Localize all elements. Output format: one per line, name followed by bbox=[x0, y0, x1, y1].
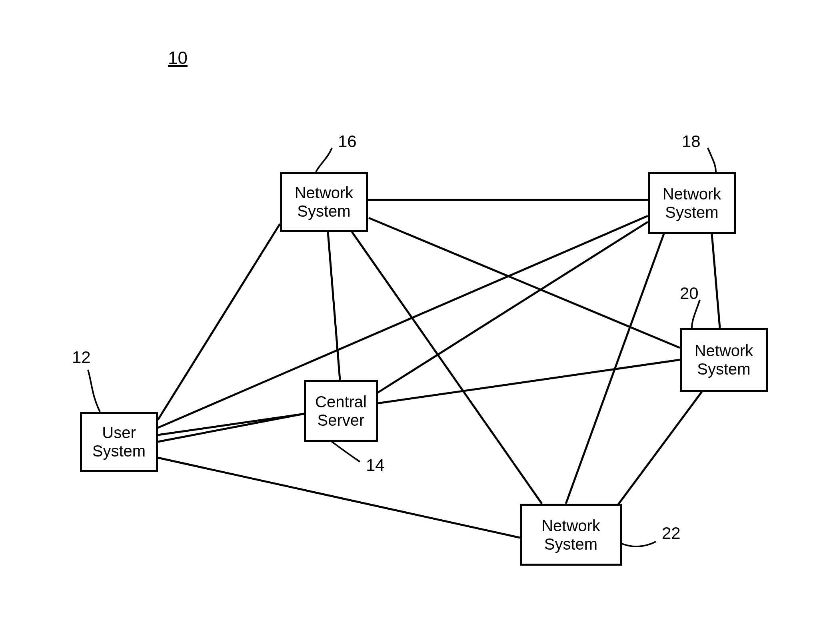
diagram-canvas: 10 bbox=[0, 0, 839, 644]
node-label: NetworkSystem bbox=[295, 183, 354, 220]
node-central-server: CentralServer bbox=[304, 380, 378, 442]
leader-16 bbox=[316, 148, 332, 172]
leader-18 bbox=[708, 148, 716, 172]
node-label: UserSystem bbox=[92, 423, 146, 460]
edge-net16-net20 bbox=[369, 218, 680, 348]
edge-user-central bbox=[158, 414, 304, 442]
leader-14 bbox=[332, 442, 360, 462]
edge-user-net18 bbox=[158, 216, 648, 428]
leader-22 bbox=[622, 542, 656, 546]
ref-14: 14 bbox=[366, 456, 385, 475]
node-network-system-20: NetworkSystem bbox=[680, 328, 768, 392]
connections-layer bbox=[0, 0, 839, 644]
edge-net18-central bbox=[376, 222, 648, 394]
ref-16: 16 bbox=[338, 132, 357, 151]
edge-net18-net20 bbox=[712, 234, 720, 328]
edge-user-net20 bbox=[158, 360, 680, 435]
leader-20 bbox=[692, 300, 700, 328]
leader-12 bbox=[88, 370, 100, 412]
node-label: NetworkSystem bbox=[541, 516, 600, 553]
edge-user-net16 bbox=[158, 224, 280, 420]
node-network-system-22: NetworkSystem bbox=[520, 504, 622, 566]
node-label: NetworkSystem bbox=[663, 185, 721, 221]
ref-12: 12 bbox=[72, 348, 91, 367]
ref-22: 22 bbox=[662, 524, 681, 543]
edge-user-net22 bbox=[158, 458, 520, 538]
edge-net16-central bbox=[328, 232, 340, 380]
edge-net18-net22 bbox=[566, 234, 664, 504]
figure-number: 10 bbox=[168, 48, 188, 68]
node-label: CentralServer bbox=[315, 393, 367, 429]
ref-20: 20 bbox=[680, 284, 699, 303]
ref-18: 18 bbox=[682, 132, 701, 151]
node-network-system-18: NetworkSystem bbox=[648, 172, 736, 234]
node-label: NetworkSystem bbox=[695, 341, 753, 378]
node-network-system-16: NetworkSystem bbox=[280, 172, 368, 232]
edge-net20-net22 bbox=[610, 392, 702, 516]
node-user-system: UserSystem bbox=[80, 412, 158, 472]
